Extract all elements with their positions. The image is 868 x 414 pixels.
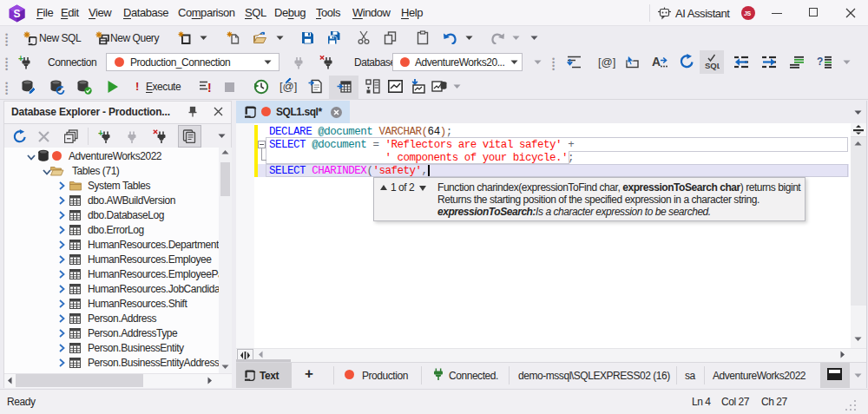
- svg-text:?: ?: [817, 56, 823, 68]
- svg-text:S: S: [13, 8, 20, 20]
- svg-text:+: +: [18, 55, 23, 63]
- svg-text:+: +: [98, 128, 103, 138]
- svg-text:!: !: [207, 81, 212, 94]
- svg-text:A: A: [652, 55, 661, 69]
- svg-text:SQL: SQL: [705, 61, 720, 70]
